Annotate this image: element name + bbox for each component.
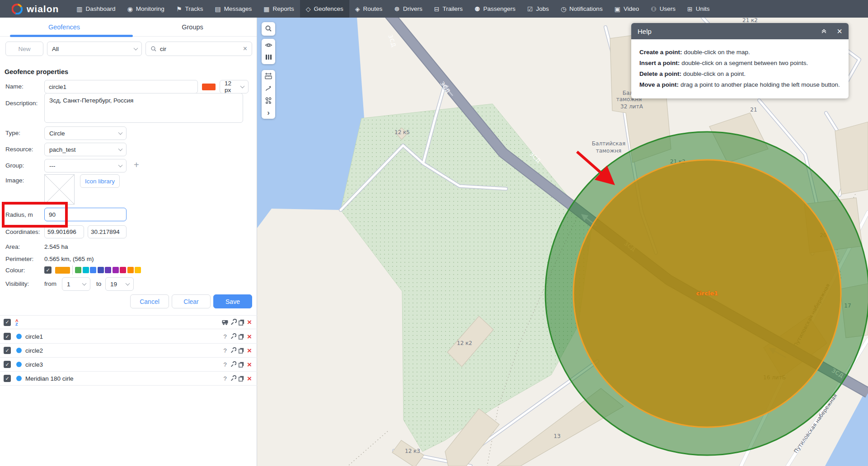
longitude-input[interactable] bbox=[88, 225, 127, 238]
copy-icon[interactable] bbox=[237, 375, 245, 382]
nav-tracks[interactable]: ⚑Tracks bbox=[170, 0, 209, 18]
row-checkbox[interactable] bbox=[4, 375, 11, 382]
nav-label: Notifications bbox=[569, 5, 603, 12]
nav-users[interactable]: ⚇Users bbox=[645, 0, 681, 18]
selected-colour-swatch[interactable] bbox=[55, 267, 70, 274]
info-question-icon[interactable]: ? bbox=[221, 375, 229, 382]
nav-drivers[interactable]: ☸Drivers bbox=[388, 0, 428, 18]
visibility-to-dropdown[interactable]: 19 bbox=[105, 277, 134, 291]
nav-video[interactable]: ▣Video bbox=[609, 0, 645, 18]
help-item: Delete a point:double-click on a point. bbox=[639, 70, 840, 77]
sort-az-icon[interactable]: A Z bbox=[15, 319, 19, 326]
geofence-name[interactable]: Meridian 180 cirle bbox=[25, 375, 74, 382]
wialon-logo[interactable]: wialon bbox=[0, 0, 70, 18]
nav-geofences[interactable]: ◇Geofences bbox=[300, 0, 349, 18]
nav-dashboard[interactable]: ▥Dashboard bbox=[70, 0, 121, 18]
nav-routes[interactable]: ◈Routes bbox=[349, 0, 389, 18]
edit-wrench-icon[interactable] bbox=[229, 375, 237, 382]
delete-icon[interactable]: × bbox=[245, 347, 253, 354]
collapse-icon[interactable] bbox=[821, 28, 827, 35]
copy-all-icon[interactable] bbox=[237, 319, 245, 326]
image-preview[interactable] bbox=[44, 174, 75, 205]
edit-wrench-icon[interactable] bbox=[229, 361, 237, 368]
geofence-name[interactable]: circle1 bbox=[25, 333, 43, 340]
geofence-name[interactable]: circle3 bbox=[25, 361, 43, 368]
delete-icon[interactable]: × bbox=[245, 333, 253, 340]
geofence-row[interactable]: Meridian 180 cirle ? × bbox=[0, 372, 257, 386]
clear-search-icon[interactable]: × bbox=[243, 45, 247, 53]
nav-notifications[interactable]: ◷Notifications bbox=[555, 0, 609, 18]
clear-button[interactable]: Clear bbox=[172, 294, 211, 308]
visibility-eye-icon[interactable] bbox=[262, 39, 275, 51]
route-tool-icon[interactable] bbox=[262, 82, 275, 94]
name-input[interactable] bbox=[44, 80, 198, 93]
edit-all-wrench-icon[interactable] bbox=[229, 319, 237, 326]
traffic-layer-icon[interactable] bbox=[262, 51, 275, 63]
from-label: from bbox=[44, 280, 56, 287]
delete-all-icon[interactable]: × bbox=[245, 318, 253, 326]
geofence-points-icon[interactable] bbox=[262, 94, 275, 107]
search-icon[interactable] bbox=[262, 22, 275, 34]
description-textarea[interactable]: Зсд, Санкт-Петербург, Россия bbox=[44, 93, 243, 123]
tab-groups[interactable]: Groups bbox=[128, 18, 257, 36]
add-group-icon[interactable]: + bbox=[134, 160, 139, 170]
type-dropdown[interactable]: Circle bbox=[44, 126, 127, 140]
resource-dropdown[interactable]: pach_test bbox=[44, 143, 127, 156]
colour-swatch[interactable] bbox=[98, 267, 104, 273]
map-search-control[interactable] bbox=[262, 22, 275, 36]
help-popup-titlebar[interactable]: Help × bbox=[631, 23, 849, 39]
nav-passengers[interactable]: ⚉Passengers bbox=[469, 0, 521, 18]
geofence-row[interactable]: circle3 ? × bbox=[0, 358, 257, 372]
colour-swatch[interactable] bbox=[113, 267, 119, 273]
colour-swatch[interactable] bbox=[120, 267, 126, 273]
nav-monitoring[interactable]: ◉Monitoring bbox=[122, 0, 170, 18]
search-input[interactable] bbox=[160, 46, 240, 52]
row-checkbox[interactable] bbox=[4, 361, 11, 368]
nav-reports[interactable]: ▦Reports bbox=[258, 0, 300, 18]
nav-messages[interactable]: ▤Messages bbox=[209, 0, 258, 18]
nav-jobs[interactable]: ☑Jobs bbox=[521, 0, 555, 18]
colour-swatch[interactable] bbox=[105, 267, 111, 273]
line-width-dropdown[interactable]: 12 px bbox=[220, 80, 249, 93]
copy-icon[interactable] bbox=[237, 361, 245, 368]
latitude-input[interactable] bbox=[44, 225, 84, 238]
geofence-row[interactable]: circle2 ? × bbox=[0, 344, 257, 358]
visibility-from-dropdown[interactable]: 1 bbox=[62, 277, 90, 291]
search-box[interactable]: × bbox=[145, 42, 252, 56]
expand-chevron-icon[interactable]: › bbox=[262, 107, 275, 119]
delete-icon[interactable]: × bbox=[245, 375, 253, 382]
group-dropdown[interactable]: --- bbox=[44, 159, 127, 172]
row-checkbox[interactable] bbox=[4, 333, 11, 340]
line-color-swatch[interactable] bbox=[202, 84, 216, 90]
measure-ruler-icon[interactable] bbox=[262, 70, 275, 82]
edit-wrench-icon[interactable] bbox=[229, 347, 237, 354]
row-checkbox[interactable] bbox=[4, 347, 11, 354]
edit-wrench-icon[interactable] bbox=[229, 333, 237, 340]
colour-swatch[interactable] bbox=[135, 267, 141, 273]
filter-dropdown[interactable]: All bbox=[47, 42, 142, 56]
info-question-icon[interactable]: ? bbox=[221, 347, 229, 354]
nav-trailers[interactable]: ⊟Trailers bbox=[428, 0, 469, 18]
info-question-icon[interactable]: ? bbox=[221, 333, 229, 340]
icon-library-button[interactable]: Icon library bbox=[80, 174, 120, 188]
colour-swatch[interactable] bbox=[127, 267, 134, 273]
nav-units[interactable]: ⊞Units bbox=[681, 0, 716, 18]
geofence-name[interactable]: circle2 bbox=[25, 347, 43, 354]
colour-checkbox[interactable] bbox=[44, 266, 52, 274]
colour-swatch[interactable] bbox=[90, 267, 96, 273]
cancel-button[interactable]: Cancel bbox=[130, 294, 169, 308]
save-button[interactable]: Save bbox=[213, 294, 252, 308]
new-geofence-button[interactable]: New bbox=[5, 42, 43, 56]
colour-swatch[interactable] bbox=[83, 267, 89, 273]
copy-icon[interactable] bbox=[237, 333, 245, 340]
delete-icon[interactable]: × bbox=[245, 361, 253, 368]
geofence-row[interactable]: circle1 ? × bbox=[0, 330, 257, 344]
tab-geofences[interactable]: Geofences bbox=[0, 18, 128, 36]
colour-swatch[interactable] bbox=[75, 267, 81, 273]
radius-input[interactable] bbox=[44, 208, 127, 221]
select-all-checkbox[interactable] bbox=[4, 319, 11, 326]
info-question-icon[interactable]: ? bbox=[221, 361, 229, 368]
copy-icon[interactable] bbox=[237, 347, 245, 354]
units-in-geofence-icon[interactable] bbox=[221, 319, 229, 326]
close-icon[interactable]: × bbox=[837, 27, 842, 36]
